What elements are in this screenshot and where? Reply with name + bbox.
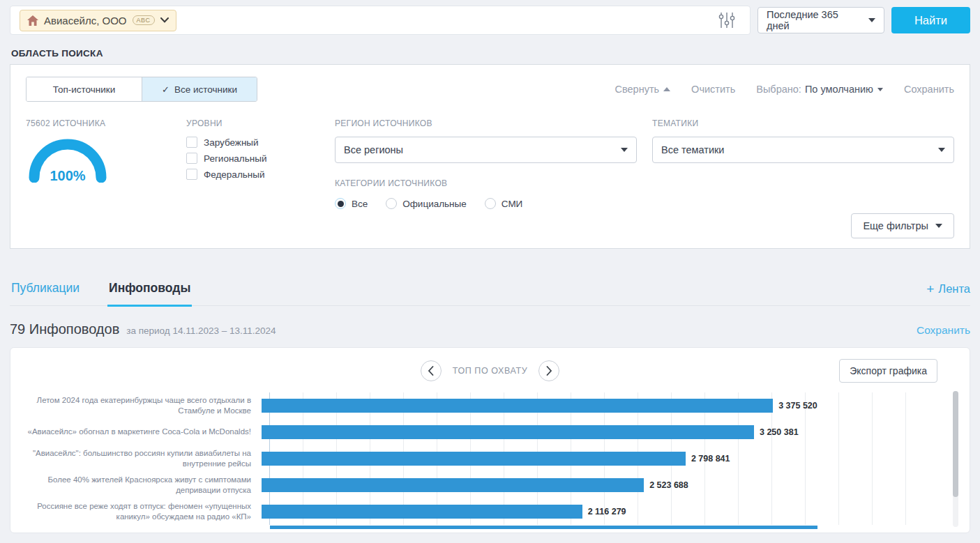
chart-row: Более 40% жителей Красноярска живут с си… [27, 472, 922, 498]
tab-publications[interactable]: Публикации [10, 281, 81, 307]
region-and-categories-block: РЕГИОН ИСТОЧНИКОВ Все регионы КАТЕГОРИИ … [335, 118, 637, 209]
bar-value-label: 3 250 381 [760, 427, 799, 437]
bar-label: "Авиасейлс": большинство россиян купили … [27, 448, 261, 469]
bar-cell: 3 250 381 [261, 419, 922, 445]
chart-row: Россияне все реже ходят в отпуск: феноме… [27, 498, 922, 525]
categories-options: ВсеОфициальныеСМИ [335, 198, 637, 209]
levels-options: ЗарубежныйРегиональныйФедеральный [186, 137, 335, 180]
plus-icon: + [926, 282, 934, 296]
search-area-panel: Топ-источники✓Все источники Свернуть Очи… [10, 64, 970, 249]
checkbox[interactable] [186, 169, 197, 180]
sources-gauge: 100% [26, 137, 110, 183]
radio-button[interactable] [485, 198, 496, 209]
chevron-down-icon [938, 148, 945, 152]
save-results-link[interactable]: Сохранить [917, 324, 970, 337]
period-select[interactable]: Последние 365 дней [757, 7, 884, 33]
chart-scrollbar-thumb[interactable] [953, 391, 958, 497]
level-option-label: Федеральный [204, 169, 265, 180]
bar-value-label: 2 116 279 [588, 507, 626, 517]
bar-label: «Авиасейлс» обогнал в маркетинге Coca-Co… [27, 427, 261, 437]
sources-count-block: 75602 ИСТОЧНИКА 100% [26, 118, 186, 209]
checkbox[interactable] [186, 137, 197, 148]
checkbox[interactable] [186, 153, 197, 164]
bar-label: Россияне все реже ходят в отпуск: феноме… [27, 501, 261, 522]
content-tabs: Публикации Инфоповоды + Лента [10, 281, 970, 306]
category-option-label: Официальные [402, 199, 467, 209]
bar-cell: 2 116 279 [261, 498, 922, 525]
chevron-up-icon [663, 87, 670, 91]
chevron-down-icon [868, 18, 875, 22]
chart-body: Летом 2024 года екатеринбуржцы чаще всег… [27, 392, 922, 529]
chart-scrollbar[interactable] [953, 391, 958, 527]
chevron-down-icon [877, 88, 883, 91]
topics-select[interactable]: Все тематики [652, 137, 954, 163]
radio-button[interactable] [386, 198, 397, 209]
add-feed-button[interactable]: + Лента [926, 282, 970, 305]
categories-title: КАТЕГОРИИ ИСТОЧНИКОВ [335, 178, 637, 188]
levels-title: УРОВНИ [186, 118, 335, 128]
topics-title: ТЕМАТИКИ [652, 118, 954, 128]
bar[interactable] [262, 452, 686, 466]
bar-cell: 2 523 688 [261, 472, 922, 498]
sources-mode-tabs: Топ-источники✓Все источники [26, 77, 257, 102]
bar-cell: 2 798 841 [261, 445, 922, 472]
chevron-right-icon [546, 366, 552, 376]
home-icon [27, 15, 38, 26]
level-option-0[interactable]: Зарубежный [186, 137, 335, 148]
chart-row: Летом 2024 года екатеринбуржцы чаще всег… [27, 392, 922, 419]
abc-badge: ABC [133, 15, 155, 25]
bar[interactable] [262, 399, 773, 413]
clear-link[interactable]: Очистить [691, 84, 735, 95]
sources-tab-label: Топ-источники [53, 84, 116, 95]
company-chip-label: Авиасейлс, ООО [44, 15, 127, 26]
chart-header: ТОП ПО ОХВАТУ Экспорт графика [26, 359, 954, 383]
more-filters-button[interactable]: Еще фильтры [851, 213, 954, 238]
chevron-down-icon [621, 148, 628, 152]
bar-value-label: 2 523 688 [649, 480, 688, 490]
bar-label: Летом 2024 года екатеринбуржцы чаще всег… [27, 395, 261, 416]
chart-row: "Авиасейлс": большинство россиян купили … [27, 445, 922, 472]
export-chart-button[interactable]: Экспорт графика [839, 359, 937, 383]
chart-row: «Авиасейлс» обогнал в маркетинге Coca-Co… [27, 419, 922, 445]
company-chip[interactable]: Авиасейлс, ООО ABC [20, 10, 176, 31]
level-option-label: Региональный [204, 153, 266, 164]
chart-rows: Летом 2024 года екатеринбуржцы чаще всег… [27, 392, 922, 525]
next-chart-button[interactable] [538, 360, 559, 381]
partial-next-bar [270, 526, 817, 529]
bar[interactable] [262, 425, 754, 439]
level-option-1[interactable]: Региональный [186, 153, 335, 164]
filter-sliders-icon[interactable] [713, 6, 741, 34]
bar[interactable] [262, 478, 644, 492]
prev-chart-button[interactable] [421, 360, 442, 381]
level-option-2[interactable]: Федеральный [186, 169, 335, 180]
category-option-1[interactable]: Официальные [386, 198, 467, 209]
panel-actions: Свернуть Очистить Выбрано: По умолчанию … [615, 84, 954, 95]
region-title: РЕГИОН ИСТОЧНИКОВ [335, 118, 637, 128]
results-period: за период 14.11.2023 – 13.11.2024 [126, 326, 276, 336]
chart-title: ТОП ПО ОХВАТУ [453, 366, 528, 376]
save-preset-link[interactable]: Сохранить [904, 84, 954, 95]
search-button[interactable]: Найти [891, 7, 970, 33]
bar-value-label: 3 375 520 [778, 401, 817, 411]
category-option-2[interactable]: СМИ [485, 198, 523, 209]
topics-block: ТЕМАТИКИ Все тематики [652, 118, 954, 209]
level-option-label: Зарубежный [204, 137, 259, 148]
top-bar: Авиасейлс, ООО ABC Последние 365 дней На… [10, 6, 970, 35]
chevron-down-icon [160, 17, 169, 23]
query-builder-bar[interactable]: Авиасейлс, ООО ABC [10, 6, 751, 35]
bar[interactable] [262, 505, 582, 519]
bar-value-label: 2 798 841 [691, 454, 730, 464]
preset-select[interactable]: Выбрано: По умолчанию [756, 84, 883, 95]
category-option-0[interactable]: Все [335, 198, 368, 209]
topics-select-value: Все тематики [661, 144, 724, 155]
collapse-link[interactable]: Свернуть [615, 84, 671, 95]
gauge-percent: 100% [26, 168, 110, 184]
chevron-left-icon [428, 366, 434, 376]
sources-tab-1[interactable]: ✓Все источники [142, 77, 257, 101]
radio-button[interactable] [335, 198, 346, 209]
region-select[interactable]: Все регионы [335, 137, 637, 163]
period-select-value: Последние 365 дней [767, 9, 861, 31]
category-option-label: Все [352, 199, 368, 209]
sources-tab-0[interactable]: Топ-источники [27, 77, 142, 101]
tab-infopovody[interactable]: Инфоповоды [107, 281, 192, 307]
